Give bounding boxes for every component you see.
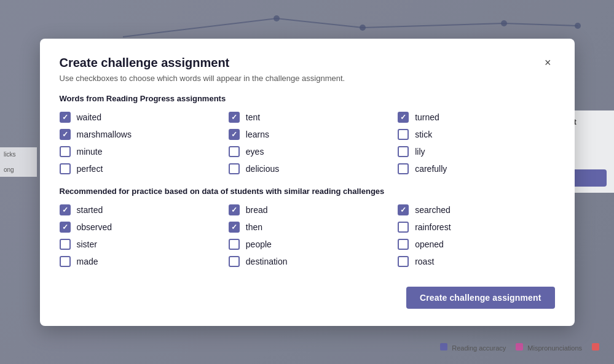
word-item-stick[interactable]: stick [398, 129, 554, 140]
legend-dot-other [592, 343, 599, 350]
legend-reading-label: Reading accuracy [452, 344, 506, 352]
checkbox-people[interactable] [229, 239, 240, 250]
word-label-opened: opened [415, 239, 444, 249]
word-label-minute: minute [77, 147, 103, 157]
word-item-marshmallows[interactable]: marshmallows [60, 129, 216, 140]
word-item-sister[interactable]: sister [60, 239, 216, 250]
checkbox-then[interactable] [229, 222, 240, 233]
word-label-turned: turned [415, 112, 439, 122]
create-challenge-button[interactable]: Create challenge assignment [406, 287, 555, 309]
word-item-tent[interactable]: tent [229, 112, 385, 123]
word-item-then[interactable]: then [229, 222, 385, 233]
modal-title: Create challenge assignment [60, 56, 230, 70]
checkbox-eyes[interactable] [229, 146, 240, 157]
checkbox-bread[interactable] [229, 204, 240, 215]
word-label-observed: observed [77, 222, 112, 232]
word-label-made: made [77, 257, 98, 266]
word-label-carefully: carefully [415, 164, 447, 174]
word-label-people: people [246, 239, 272, 249]
word-item-turned[interactable]: turned [398, 112, 554, 123]
bg-left-line2: ong [4, 166, 33, 173]
close-button[interactable]: × [541, 56, 555, 69]
word-item-opened[interactable]: opened [398, 239, 554, 250]
section1-label: Words from Reading Progress assignments [60, 94, 555, 103]
word-item-lily[interactable]: lily [398, 146, 554, 157]
word-label-eyes: eyes [246, 147, 264, 157]
word-label-learns: learns [246, 130, 269, 139]
word-label-roast: roast [415, 257, 434, 266]
word-item-rainforest[interactable]: rainforest [398, 222, 554, 233]
bg-left-line1: licks [4, 151, 33, 158]
checkbox-opened[interactable] [398, 239, 409, 250]
checkbox-sister[interactable] [60, 239, 71, 250]
word-item-perfect[interactable]: perfect [60, 163, 216, 174]
checkbox-minute[interactable] [60, 146, 71, 157]
word-item-minute[interactable]: minute [60, 146, 216, 157]
word-item-learns[interactable]: learns [229, 129, 385, 140]
chart-legend: Reading accuracy Mispronunciations [440, 343, 602, 352]
checkbox-stick[interactable] [398, 129, 409, 140]
checkbox-rainforest[interactable] [398, 222, 409, 233]
checkbox-observed[interactable] [60, 222, 71, 233]
word-item-started[interactable]: started [60, 204, 216, 215]
checkbox-delicious[interactable] [229, 163, 240, 174]
word-item-delicious[interactable]: delicious [229, 163, 385, 174]
legend-dot-mispronunciation [516, 343, 523, 350]
word-item-made[interactable]: made [60, 256, 216, 267]
word-item-roast[interactable]: roast [398, 256, 554, 267]
checkbox-carefully[interactable] [398, 163, 409, 174]
legend-mispronunciations: Mispronunciations [516, 343, 582, 352]
word-label-lily: lily [415, 147, 425, 157]
checkbox-marshmallows[interactable] [60, 129, 71, 140]
word-label-delicious: delicious [246, 164, 279, 174]
word-label-rainforest: rainforest [415, 222, 451, 232]
word-label-searched: searched [415, 205, 451, 215]
word-label-started: started [77, 205, 103, 215]
word-label-tent: tent [246, 112, 260, 122]
section2-label: Recommended for practice based on data o… [60, 187, 555, 196]
word-item-bread[interactable]: bread [229, 204, 385, 215]
word-label-bread: bread [246, 205, 268, 215]
checkbox-searched[interactable] [398, 204, 409, 215]
checkbox-lily[interactable] [398, 146, 409, 157]
background-panel-left: licks ong [0, 147, 37, 177]
checkbox-made[interactable] [60, 256, 71, 267]
section2-words-grid: startedbreadsearchedobservedthenrainfore… [60, 204, 555, 267]
legend-dot-reading [440, 343, 447, 350]
modal-subtitle: Use checkboxes to choose which words wil… [60, 74, 555, 83]
challenge-assignment-modal: Create challenge assignment × Use checkb… [40, 39, 575, 326]
word-item-waited[interactable]: waited [60, 112, 216, 123]
checkbox-turned[interactable] [398, 112, 409, 123]
word-label-marshmallows: marshmallows [77, 130, 132, 139]
word-label-perfect: perfect [77, 164, 103, 174]
modal-footer: Create challenge assignment [60, 279, 555, 309]
word-item-carefully[interactable]: carefully [398, 163, 554, 174]
word-item-destination[interactable]: destination [229, 256, 385, 267]
word-label-stick: stick [415, 130, 432, 139]
legend-mispronunciation-label: Mispronunciations [527, 344, 582, 352]
word-item-observed[interactable]: observed [60, 222, 216, 233]
word-label-sister: sister [77, 239, 97, 249]
legend-other [592, 343, 602, 352]
legend-reading-accuracy: Reading accuracy [440, 343, 506, 352]
checkbox-started[interactable] [60, 204, 71, 215]
checkbox-perfect[interactable] [60, 163, 71, 174]
checkbox-tent[interactable] [229, 112, 240, 123]
checkbox-destination[interactable] [229, 256, 240, 267]
section1-words-grid: waitedtentturnedmarshmallowslearnsstickm… [60, 112, 555, 174]
word-label-destination: destination [246, 257, 288, 266]
word-item-eyes[interactable]: eyes [229, 146, 385, 157]
word-item-people[interactable]: people [229, 239, 385, 250]
word-label-waited: waited [77, 112, 101, 122]
checkbox-learns[interactable] [229, 129, 240, 140]
modal-header: Create challenge assignment × [60, 56, 555, 70]
word-label-then: then [246, 222, 262, 232]
checkbox-roast[interactable] [398, 256, 409, 267]
word-item-searched[interactable]: searched [398, 204, 554, 215]
checkbox-waited[interactable] [60, 112, 71, 123]
